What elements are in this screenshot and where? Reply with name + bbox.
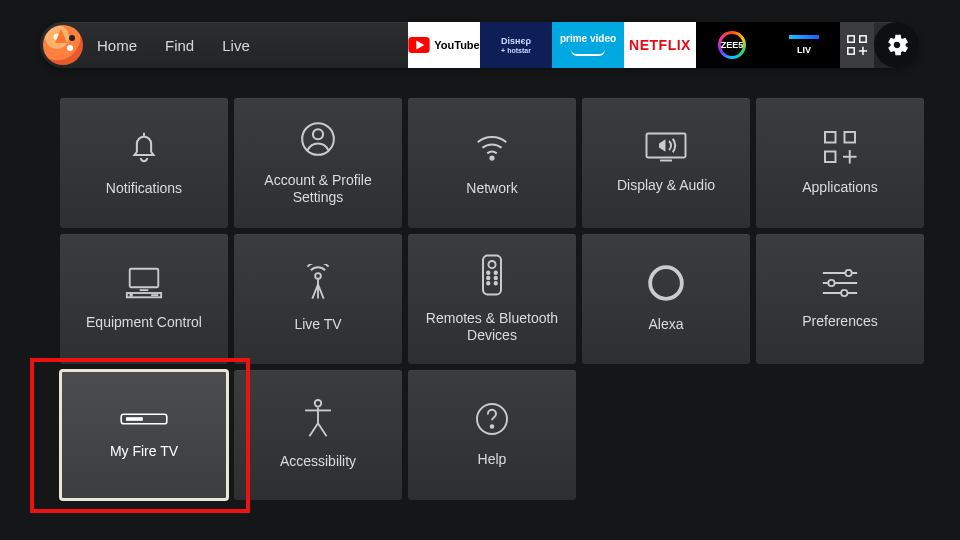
sliders-icon — [820, 267, 860, 299]
bell-icon — [125, 128, 163, 166]
svg-point-31 — [487, 282, 489, 284]
svg-rect-15 — [825, 152, 836, 163]
tile-help[interactable]: Help — [408, 370, 576, 500]
tile-account[interactable]: Account & Profile Settings — [234, 98, 402, 228]
nav-home[interactable]: Home — [97, 37, 137, 54]
svg-point-26 — [488, 260, 495, 267]
app-tile-zee5[interactable]: ZEE5 — [696, 22, 768, 68]
svg-point-39 — [841, 290, 847, 296]
app-tile-primevideo[interactable]: prime video — [552, 22, 624, 68]
app-tile-sonyliv[interactable]: LIV — [768, 22, 840, 68]
svg-point-30 — [495, 276, 497, 278]
primary-nav: Home Find Live — [97, 37, 250, 54]
sonyliv-label: LIV — [797, 45, 811, 55]
svg-point-29 — [487, 276, 489, 278]
svg-point-9 — [313, 129, 323, 139]
svg-point-32 — [495, 282, 497, 284]
svg-rect-14 — [845, 132, 856, 143]
svg-point-35 — [845, 270, 851, 276]
tile-label: Display & Audio — [607, 177, 725, 195]
app-tile-disneyplus[interactable]: Disнєρ+ hotstar — [480, 22, 552, 68]
top-navigation-bar: Home Find Live YouTube Disнєρ+ hotstar p… — [40, 22, 920, 68]
user-icon — [299, 120, 337, 158]
antenna-icon — [301, 264, 335, 302]
app-shortcut-row: YouTube Disнєρ+ hotstar prime video NETF… — [408, 22, 920, 68]
tile-network[interactable]: Network — [408, 98, 576, 228]
firetv-device-icon — [120, 409, 168, 429]
tile-label: Live TV — [284, 316, 351, 334]
profile-avatar[interactable] — [43, 25, 83, 65]
youtube-label: YouTube — [434, 39, 479, 51]
svg-rect-41 — [126, 417, 143, 421]
svg-line-46 — [318, 424, 327, 437]
settings-grid: Notifications Account & Profile Settings… — [60, 98, 924, 500]
app-tile-youtube[interactable]: YouTube — [408, 22, 480, 68]
tile-label: Help — [468, 451, 517, 469]
settings-button[interactable] — [874, 22, 920, 68]
remote-icon — [481, 254, 503, 296]
svg-rect-13 — [825, 132, 836, 143]
wifi-icon — [471, 128, 513, 166]
tile-preferences[interactable]: Preferences — [756, 234, 924, 364]
svg-point-10 — [490, 157, 493, 160]
svg-line-45 — [309, 424, 318, 437]
svg-point-28 — [495, 271, 497, 273]
tile-live-tv[interactable]: Live TV — [234, 234, 402, 364]
netflix-label: NETFLIX — [629, 37, 691, 53]
svg-rect-18 — [130, 269, 159, 288]
tile-label: My Fire TV — [100, 443, 188, 461]
nav-find[interactable]: Find — [165, 37, 194, 54]
tile-remotes[interactable]: Remotes & Bluetooth Devices — [408, 234, 576, 364]
help-icon — [474, 401, 510, 437]
tile-alexa[interactable]: Alexa — [582, 234, 750, 364]
accessibility-icon — [301, 399, 335, 439]
alexa-icon — [647, 264, 685, 302]
svg-point-21 — [130, 295, 132, 297]
tile-label: Preferences — [792, 313, 887, 331]
tile-label: Alexa — [638, 316, 693, 334]
tile-equipment[interactable]: Equipment Control — [60, 234, 228, 364]
equipment-icon — [124, 266, 164, 300]
svg-point-33 — [650, 267, 682, 299]
primevideo-label: prime video — [560, 34, 616, 44]
tile-label: Equipment Control — [76, 314, 212, 332]
tile-display-audio[interactable]: Display & Audio — [582, 98, 750, 228]
tile-label: Notifications — [96, 180, 192, 198]
svg-point-37 — [828, 280, 834, 286]
svg-point-23 — [315, 273, 321, 279]
svg-rect-3 — [860, 36, 866, 42]
tile-label: Applications — [792, 179, 888, 197]
svg-rect-11 — [647, 134, 686, 158]
tile-accessibility[interactable]: Accessibility — [234, 370, 402, 500]
tv-audio-icon — [645, 131, 687, 163]
svg-point-27 — [487, 271, 489, 273]
tile-my-fire-tv[interactable]: My Fire TV — [60, 370, 228, 500]
tile-label: Remotes & Bluetooth Devices — [408, 310, 576, 345]
zee5-label: ZEE5 — [721, 34, 743, 56]
app-tile-netflix[interactable]: NETFLIX — [624, 22, 696, 68]
svg-rect-2 — [848, 36, 854, 42]
tile-label: Accessibility — [270, 453, 366, 471]
tile-notifications[interactable]: Notifications — [60, 98, 228, 228]
svg-point-48 — [491, 425, 494, 428]
apps-grid-button[interactable] — [840, 22, 874, 68]
tile-applications[interactable]: Applications — [756, 98, 924, 228]
svg-rect-4 — [848, 48, 854, 54]
tile-label: Account & Profile Settings — [234, 172, 402, 207]
tile-label: Network — [456, 180, 527, 198]
nav-live[interactable]: Live — [222, 37, 250, 54]
svg-point-42 — [315, 400, 322, 407]
apps-icon — [822, 129, 858, 165]
